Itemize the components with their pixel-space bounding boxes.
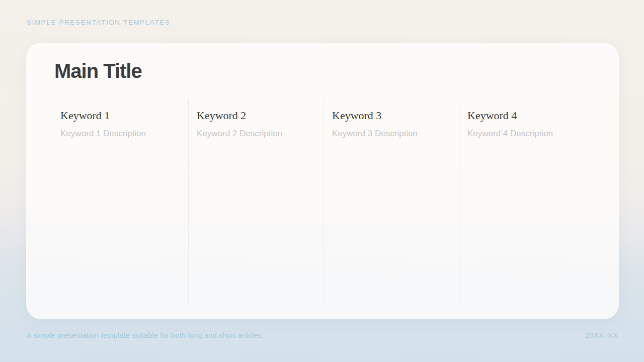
- keyword-2-description: Keyword 2 Description: [197, 129, 324, 139]
- content-card: Main Title Keyword 1 Keyword 1 Descripti…: [26, 43, 619, 319]
- keyword-4-description: Keyword 4 Description: [467, 129, 619, 139]
- keyword-4-title: Keyword 4: [467, 109, 619, 122]
- keyword-1-title: Keyword 1: [60, 109, 188, 122]
- keyword-column-4: Keyword 4 Keyword 4 Description: [459, 98, 619, 306]
- main-title: Main Title: [54, 60, 142, 82]
- keyword-columns: Keyword 1 Keyword 1 Description Keyword …: [26, 98, 619, 306]
- keyword-3-title: Keyword 3: [332, 109, 459, 122]
- keyword-2-title: Keyword 2: [197, 109, 324, 122]
- keyword-3-description: Keyword 3 Description: [332, 129, 459, 139]
- slide-canvas: SIMPLE PRESENTATION TEMPLATES Main Title…: [0, 0, 644, 362]
- eyebrow-label: SIMPLE PRESENTATION TEMPLATES: [27, 19, 170, 26]
- keyword-column-3: Keyword 3 Keyword 3 Description: [324, 98, 459, 306]
- keyword-column-2: Keyword 2 Keyword 2 Description: [188, 98, 324, 306]
- keyword-column-1: Keyword 1 Keyword 1 Description: [26, 98, 188, 306]
- footer-date: 20XX. XX: [585, 331, 618, 339]
- footer-note: A simple presentation template suitable …: [27, 331, 262, 339]
- keyword-1-description: Keyword 1 Description: [60, 129, 188, 139]
